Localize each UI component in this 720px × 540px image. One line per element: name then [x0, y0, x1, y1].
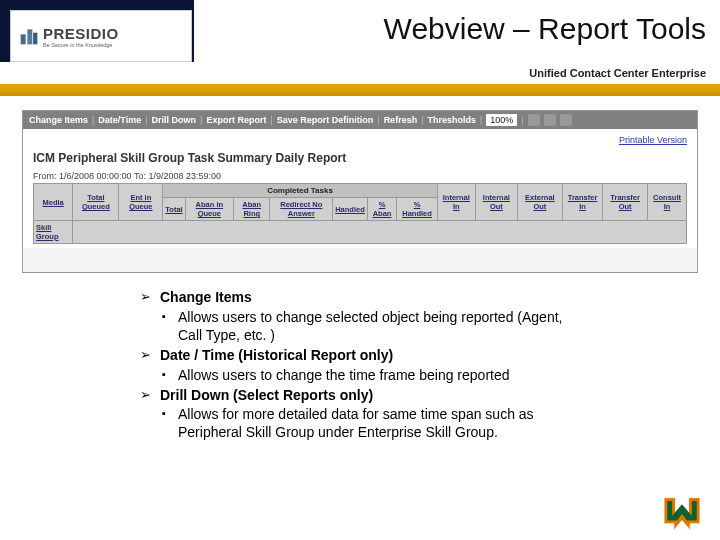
bullet-desc: Allows users to change the time frame be…: [178, 367, 510, 383]
bullet-title: Change Items: [160, 289, 252, 305]
toolbar-item[interactable]: Change Items: [29, 115, 88, 125]
date-range: From: 1/6/2008 00:00:00 To: 1/9/2008 23:…: [33, 171, 687, 181]
bullet-arrow: Change Items: [140, 289, 580, 307]
logo-tagline: Be Secure in the Knowledge: [43, 42, 119, 48]
slide-title: Webview – Report Tools: [384, 12, 706, 46]
bullet-title: Drill Down (Select Reports only): [160, 387, 373, 403]
miami-logo-icon: [662, 496, 702, 532]
col-header[interactable]: Consult In: [648, 184, 687, 221]
col-header[interactable]: Transfer In: [562, 184, 603, 221]
col-header[interactable]: Handled: [333, 198, 368, 221]
presidio-icon: [19, 26, 39, 46]
col-header[interactable]: % Handled: [397, 198, 438, 221]
bullet-arrow: Drill Down (Select Reports only): [140, 387, 580, 405]
col-header[interactable]: Internal In: [437, 184, 475, 221]
col-group-header: Completed Tasks: [163, 184, 437, 198]
slide-content: Change Items Allows users to change sele…: [0, 283, 720, 442]
toolbar-icon[interactable]: [544, 114, 556, 126]
bullet-square: Allows for more detailed data for same t…: [140, 406, 580, 442]
toolbar-item[interactable]: Save Report Definition: [277, 115, 374, 125]
bullet-square: Allows users to change the time frame be…: [140, 367, 580, 385]
col-header[interactable]: Aban in Queue: [185, 198, 233, 221]
bullet-arrow: Date / Time (Historical Report only): [140, 347, 580, 365]
col-header[interactable]: Media: [34, 184, 73, 221]
bullet-desc: Allows for more detailed data for same t…: [178, 406, 534, 440]
col-header[interactable]: Aban Ring: [234, 198, 270, 221]
col-header[interactable]: % Aban: [367, 198, 396, 221]
col-header[interactable]: Skill Group: [34, 221, 73, 244]
toolbar-item[interactable]: Refresh: [384, 115, 418, 125]
col-header[interactable]: Transfer Out: [603, 184, 648, 221]
slide-header: PRESIDIO Be Secure in the Knowledge Webv…: [0, 0, 720, 62]
orange-divider: [0, 86, 720, 96]
report-title: ICM Peripheral Skill Group Task Summary …: [33, 151, 687, 165]
bullet-square: Allows users to change selected object b…: [140, 309, 580, 345]
toolbar-item[interactable]: Thresholds: [427, 115, 476, 125]
svg-rect-1: [27, 29, 32, 44]
bullet-desc: Allows users to change selected object b…: [178, 309, 562, 343]
toolbar-item[interactable]: Date/Time: [98, 115, 141, 125]
toolbar-icon[interactable]: [560, 114, 572, 126]
col-header[interactable]: Ent in Queue: [119, 184, 163, 221]
svg-rect-0: [21, 34, 26, 44]
printable-link[interactable]: Printable Version: [33, 135, 687, 145]
subheader-text: Unified Contact Center Enterprise: [529, 67, 706, 79]
zoom-select[interactable]: 100%: [486, 114, 517, 126]
embedded-screenshot: Change Items| Date/Time| Drill Down| Exp…: [22, 110, 698, 273]
logo-main-text: PRESIDIO: [43, 25, 119, 42]
svg-rect-2: [33, 33, 37, 45]
report-table: Media Total Queued Ent in Queue Complete…: [33, 183, 687, 244]
col-header[interactable]: Internal Out: [475, 184, 517, 221]
subheader: Unified Contact Center Enterprise: [0, 62, 720, 86]
toolbar-item[interactable]: Export Report: [206, 115, 266, 125]
col-header[interactable]: Total: [163, 198, 185, 221]
report-toolbar: Change Items| Date/Time| Drill Down| Exp…: [23, 111, 697, 129]
col-header[interactable]: Total Queued: [73, 184, 119, 221]
toolbar-icon[interactable]: [528, 114, 540, 126]
col-header[interactable]: Redirect No Answer: [270, 198, 333, 221]
col-header[interactable]: External Out: [518, 184, 563, 221]
bullet-title: Date / Time (Historical Report only): [160, 347, 393, 363]
toolbar-item[interactable]: Drill Down: [152, 115, 197, 125]
presidio-logo: PRESIDIO Be Secure in the Knowledge: [10, 10, 192, 62]
